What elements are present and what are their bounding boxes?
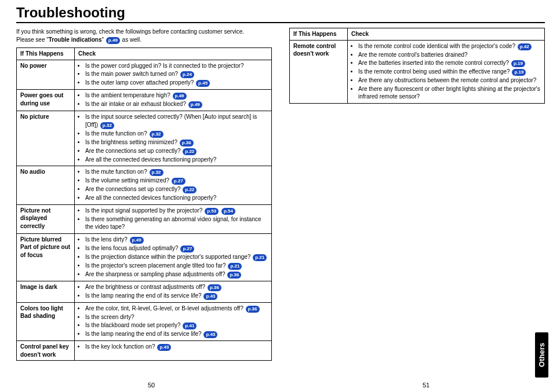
intro-mid: ": [102, 36, 105, 43]
issue-label: Picture not displayed correctly: [17, 204, 75, 233]
table-row: Image is darkAre the brightness or contr…: [17, 281, 272, 302]
page-ref-badge[interactable]: p.32: [150, 131, 163, 138]
page-ref-badge[interactable]: p.49: [106, 37, 120, 44]
check-text: Is the projector's screen placement angl…: [85, 262, 227, 269]
page-ref-badge[interactable]: p.49: [173, 93, 187, 100]
page-title: Troubleshooting: [16, 5, 545, 23]
check-text: Are the connections set up correctly?: [85, 148, 182, 154]
page-ref-badge[interactable]: p.43: [203, 331, 217, 338]
check-item: Are there any fluorescent or other brigh…: [358, 85, 542, 101]
table-row: Power goes out during useIs the ambient …: [17, 90, 272, 111]
check-text: Is the brightness setting minimized?: [85, 139, 179, 145]
page-columns: If you think something is wrong, check t…: [16, 23, 545, 361]
check-item: Is there something generating an abnorma…: [85, 215, 269, 232]
table-row: Remote control doesn't workIs the remote…: [290, 40, 545, 103]
intro-text: If you think something is wrong, check t…: [16, 28, 272, 44]
check-text: Is the main power switch turned on?: [85, 71, 180, 77]
check-item: Are the brightness or contrast adjustmen…: [85, 283, 269, 292]
check-list: Is the mute function on? p.32 Is the vol…: [78, 168, 269, 203]
page-ref-badge[interactable]: p.32: [150, 169, 163, 176]
check-item: Is the ambient temperature high? p.49: [85, 91, 269, 100]
check-cell: Is the ambient temperature high? p.49 Is…: [75, 90, 272, 111]
check-text: Is the power cord plugged in? Is it conn…: [85, 63, 244, 69]
check-text: Are the color, tint, R-level, G-level, o…: [85, 305, 245, 312]
check-item: Is the brightness setting minimized? p.3…: [85, 138, 269, 147]
check-list: Is the key lock function on? p.43: [78, 343, 269, 351]
table-row: Control panel key doesn't workIs the key…: [17, 341, 272, 361]
check-item: Is the air intake or air exhaust blocked…: [85, 100, 269, 109]
check-cell: Is the input source selected correctly? …: [75, 111, 272, 166]
page-ref-badge[interactable]: p.32: [100, 122, 114, 129]
page-ref-badge[interactable]: p.36: [246, 306, 260, 313]
section-tab: Others: [535, 332, 548, 378]
check-item: Are the connections set up correctly? p.…: [85, 147, 269, 156]
page-ref-badge[interactable]: p.22: [183, 148, 197, 155]
check-text: Is the remote control code identical wit…: [358, 43, 517, 49]
page-ref-badge[interactable]: p.36: [208, 284, 221, 291]
check-text: Are all the connected devices functionin…: [85, 195, 216, 201]
check-item: Is the main power switch turned on? p.24: [85, 70, 269, 79]
page-ref-badge[interactable]: p.36: [227, 272, 241, 279]
check-text: Is there something generating an abnorma…: [85, 216, 261, 230]
th-check: Check: [75, 48, 272, 60]
page-ref-badge[interactable]: p.24: [180, 71, 194, 78]
check-text: Is the air intake or air exhaust blocked…: [85, 101, 188, 107]
page-ref-badge[interactable]: p.53: [205, 208, 219, 215]
check-item: Are the sharpness or sampling phase adju…: [85, 270, 269, 279]
check-text: Is the mute function on?: [85, 168, 149, 175]
check-text: Are there any fluorescent or other brigh…: [358, 86, 540, 100]
page-ref-badge[interactable]: p.42: [518, 43, 532, 50]
page-ref-badge[interactable]: p.49: [188, 101, 202, 108]
check-text: Is the lamp nearing the end of its servi…: [85, 292, 203, 299]
check-item: Are all the connected devices functionin…: [85, 156, 269, 164]
check-item: Are there any obstructions between the r…: [358, 76, 542, 85]
page-ref-badge[interactable]: p.36: [180, 140, 194, 146]
check-text: Is the screen dirty?: [85, 314, 134, 320]
check-cell: Is the remote control code identical wit…: [348, 40, 545, 103]
check-text: Are all the connected devices functionin…: [85, 156, 216, 163]
page-ref-badge[interactable]: p.41: [183, 323, 197, 329]
page-ref-badge[interactable]: p.49: [130, 237, 144, 244]
check-cell: Is the input signal supported by the pro…: [75, 204, 272, 233]
check-text: Are the sharpness or sampling phase adju…: [85, 271, 227, 277]
page-ref-badge[interactable]: p.21: [228, 263, 242, 270]
page-ref-badge[interactable]: p.21: [253, 254, 267, 261]
check-text: Is the lamp nearing the end of its servi…: [85, 331, 203, 337]
check-item: Is the outer lamp cover attached properl…: [85, 79, 269, 87]
page-ref-badge[interactable]: p.43: [203, 293, 217, 300]
check-text: Is the mute function on?: [85, 130, 149, 137]
check-item: Is the lens dirty? p.49: [85, 236, 269, 244]
page-ref-badge[interactable]: p.27: [180, 246, 194, 252]
check-text: Is the remote control being used within …: [358, 68, 511, 75]
check-item: Is the projection distance within the pr…: [85, 253, 269, 262]
page-ref-badge[interactable]: p.19: [511, 60, 525, 67]
check-cell: Are the brightness or contrast adjustmen…: [75, 281, 272, 302]
check-item: Is the volume setting minimized? p.27: [85, 177, 269, 185]
issue-label: Remote control doesn't work: [290, 40, 348, 103]
issue-label: Picture blurred Part of picture out of f…: [17, 233, 75, 281]
page-ref-badge[interactable]: p.54: [221, 208, 235, 215]
page-ref-badge[interactable]: p.43: [157, 344, 171, 351]
page-ref-badge[interactable]: p.27: [172, 178, 185, 185]
check-text: Are the batteries inserted into the remo…: [358, 60, 511, 66]
check-cell: Is the lens dirty? p.49 Is the lens focu…: [75, 233, 272, 281]
check-item: Are the remote control's batteries drain…: [358, 51, 542, 60]
check-item: Is the mute function on? p.32: [85, 168, 269, 177]
th-check: Check: [348, 28, 545, 41]
page-ref-badge[interactable]: p.45: [196, 80, 210, 87]
check-item: Is the mute function on? p.32: [85, 130, 269, 138]
check-item: Is the remote control being used within …: [358, 68, 542, 76]
check-item: Is the input signal supported by the pro…: [85, 207, 269, 215]
check-item: Are all the connected devices functionin…: [85, 194, 269, 203]
check-item: Is the input source selected correctly? …: [85, 113, 269, 130]
page-ref-badge[interactable]: p.22: [183, 186, 197, 193]
check-item: Is the lens focus adjusted optimally? p.…: [85, 244, 269, 253]
page-ref-badge[interactable]: p.19: [512, 69, 526, 76]
check-list: Are the brightness or contrast adjustmen…: [78, 283, 269, 301]
tbody-right: Remote control doesn't workIs the remote…: [290, 40, 545, 103]
check-text: Is the lens dirty?: [85, 236, 129, 243]
check-item: Is the lamp nearing the end of its servi…: [85, 330, 269, 339]
troubleshooting-table-left: If This Happens Check No powerIs the pow…: [16, 47, 272, 361]
th-happens: If This Happens: [290, 28, 348, 41]
check-text: Are the remote control's batteries drain…: [358, 52, 468, 58]
